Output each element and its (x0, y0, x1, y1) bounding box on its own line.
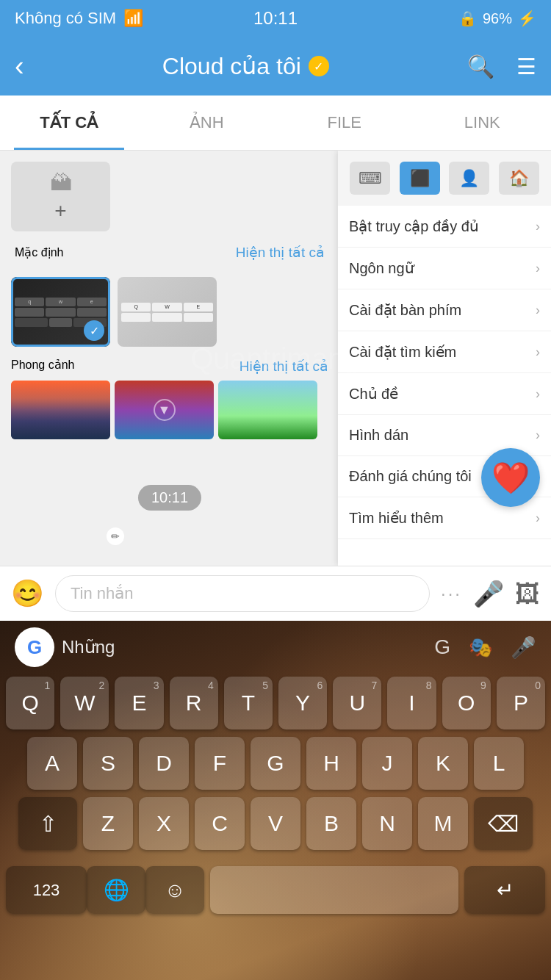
key-G[interactable]: G (251, 737, 300, 790)
sticker-icon[interactable]: 🎭 (469, 636, 492, 659)
add-icon: + (54, 199, 66, 223)
search-icon[interactable]: 🔍 (467, 54, 494, 79)
key-E[interactable]: 3E (115, 677, 163, 729)
key-V[interactable]: V (251, 797, 300, 850)
key-Z[interactable]: Z (83, 797, 133, 850)
key-row-3: ⇧ Z X C V B N M ⌫ (6, 797, 545, 850)
tab-file[interactable]: FILE (276, 96, 414, 150)
battery-icon: ⚡ (518, 10, 536, 27)
key-L[interactable]: L (474, 737, 524, 790)
key-N[interactable]: N (362, 797, 412, 850)
lock-icon: 🔒 (458, 10, 477, 27)
key-B[interactable]: B (306, 797, 356, 850)
mic-toolbar-icon[interactable]: 🎤 (511, 635, 536, 660)
landscape-section: Phong cảnh Hiện thị tất cả ▼ (0, 354, 339, 447)
globe-key[interactable]: 🌐 (87, 866, 145, 914)
key-U[interactable]: 7U (333, 677, 381, 729)
default-section-title: Mặc định (15, 245, 63, 259)
landscape-section-header: Phong cảnh Hiện thị tất cả (11, 358, 328, 375)
settings-item-theme[interactable]: Chủ đề › (338, 373, 551, 415)
return-key[interactable]: ↵ (464, 866, 545, 914)
wifi-icon: 📶 (123, 9, 143, 28)
arrow-icon-4: › (536, 386, 540, 402)
keyboard-thumb-light[interactable]: Q W E (118, 277, 217, 347)
key-T[interactable]: 5T (224, 677, 273, 729)
dots-button[interactable]: ··· (441, 583, 462, 604)
translate-icon[interactable]: G (434, 635, 450, 659)
key-S[interactable]: S (83, 737, 133, 790)
key-P[interactable]: 0P (497, 677, 545, 729)
key-O[interactable]: 9O (442, 677, 491, 729)
arrow-icon-2: › (536, 303, 540, 318)
space-key[interactable] (210, 866, 458, 914)
edit-icon[interactable]: ✏ (107, 527, 124, 545)
landscape-show-all[interactable]: Hiện thị tất cả (240, 358, 328, 375)
tab-link[interactable]: LINK (414, 96, 552, 150)
key-M[interactable]: M (418, 797, 468, 850)
message-input[interactable]: Tin nhắn (55, 575, 430, 612)
landscape-image-list: ▼ (11, 381, 328, 439)
key-C[interactable]: C (195, 797, 245, 850)
message-placeholder: Tin nhắn (71, 584, 134, 603)
battery-label: 96% (483, 10, 512, 27)
numbers-key[interactable]: 123 (6, 866, 87, 914)
status-bar-left: Không có SIM 📶 (15, 9, 143, 28)
selected-check: ✓ (84, 320, 104, 341)
header-title-area: Cloud của tôi ✓ (162, 52, 329, 80)
menu-icon[interactable]: ☰ (516, 54, 536, 79)
time-bubble: 10:11 (138, 485, 201, 511)
key-A[interactable]: A (27, 737, 77, 790)
add-keyboard-button[interactable]: 🏔 + (11, 162, 110, 231)
keyboard-thumb-dark[interactable]: q w e ✓ (11, 277, 110, 347)
mic-button[interactable]: 🎤 (473, 579, 504, 608)
heart-reaction-button[interactable]: ❤️ (481, 448, 540, 507)
status-time: 10:11 (253, 8, 298, 29)
key-row-2: A S D F G H J K L (6, 737, 545, 790)
key-W[interactable]: 2W (60, 677, 109, 729)
default-show-all[interactable]: Hiện thị tất cả (236, 244, 325, 261)
word-suggestion[interactable]: Những (62, 637, 115, 657)
key-K[interactable]: K (418, 737, 468, 790)
emoji-button[interactable]: 😊 (11, 578, 44, 609)
key-row-1: 1Q 2W 3E 4R 5T 6Y 7U 8I 9O 0P (6, 677, 545, 729)
key-Q[interactable]: 1Q (6, 677, 54, 729)
settings-person-icon[interactable]: 👤 (449, 162, 489, 195)
carrier-label: Không có SIM (15, 9, 116, 28)
backspace-key[interactable]: ⌫ (474, 797, 533, 850)
shift-key[interactable]: ⇧ (18, 797, 77, 850)
keyboard-active-icon[interactable]: ⬛ (400, 162, 440, 195)
keyboard-toolbar-right: G 🎭 🎤 (434, 635, 536, 660)
settings-item-full-access[interactable]: Bật truy cập đầy đủ › (338, 206, 551, 248)
keyboard-toolbar: G Những G 🎭 🎤 (0, 621, 551, 674)
settings-item-language[interactable]: Ngôn ngữ › (338, 248, 551, 289)
landscape-img-1[interactable] (11, 381, 110, 439)
keyboard-switch-icon[interactable]: ⌨ (350, 162, 390, 195)
settings-item-keyboard[interactable]: Cài đặt bàn phím › (338, 289, 551, 331)
arrow-icon-5: › (536, 428, 540, 443)
settings-home-icon[interactable]: 🏠 (499, 162, 539, 195)
message-bar: 😊 Tin nhắn ··· 🎤 🖼 (0, 566, 551, 621)
key-X[interactable]: X (139, 797, 189, 850)
arrow-icon-7: › (536, 511, 540, 526)
image-button[interactable]: 🖼 (515, 580, 540, 608)
arrow-icon-0: › (536, 219, 540, 234)
key-Y[interactable]: 6Y (278, 677, 327, 729)
key-D[interactable]: D (139, 737, 189, 790)
tab-photo[interactable]: ẢNH (138, 96, 276, 150)
key-H[interactable]: H (306, 737, 356, 790)
key-R[interactable]: 4R (170, 677, 218, 729)
status-bar-right: 🔒 96% ⚡ (458, 10, 536, 27)
key-F[interactable]: F (195, 737, 245, 790)
key-I[interactable]: 8I (387, 677, 436, 729)
landscape-img-3[interactable] (218, 381, 317, 439)
emoji-key[interactable]: ☺ (145, 866, 204, 914)
landscape-img-2[interactable]: ▼ (115, 381, 214, 439)
keyboard-area: G Những G 🎭 🎤 1Q 2W 3E 4R 5T 6Y 7U 8I 9O… (0, 621, 551, 980)
back-button[interactable]: ‹ (15, 51, 24, 82)
landscape-title: Phong cảnh (11, 358, 75, 375)
tab-all[interactable]: TẤT CẢ (0, 96, 138, 150)
settings-item-search[interactable]: Cài đặt tìm kiếm › (338, 331, 551, 373)
key-J[interactable]: J (362, 737, 412, 790)
header: ‹ Cloud của tôi ✓ 🔍 ☰ (0, 37, 551, 96)
keyboard-bottom-row: 123 🌐 ☺ ↵ (0, 860, 551, 925)
